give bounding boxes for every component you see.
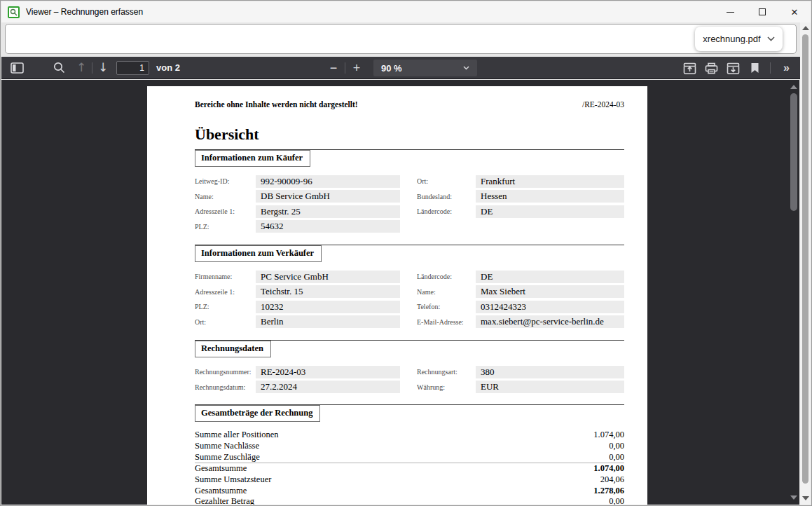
previous-page-button[interactable]: ↑ bbox=[72, 59, 90, 77]
total-row: Summe Zuschläge 0,00 bbox=[195, 451, 624, 463]
field-value: DB Service GmbH bbox=[256, 190, 400, 203]
section-seller: Informationen zum Verkäufer Firmenname: … bbox=[195, 245, 624, 329]
section-buyer: Informationen zum Käufer Leitweg-ID: 992… bbox=[195, 149, 624, 234]
field-label: Ort: bbox=[195, 318, 256, 326]
more-tools-button[interactable]: » bbox=[777, 59, 795, 77]
file-selector-dropdown[interactable]: xrechnung.pdf bbox=[695, 27, 783, 51]
toggle-sidebar-button[interactable] bbox=[8, 59, 26, 77]
field-label: Ländercode: bbox=[417, 207, 476, 215]
field-label: E-Mail-Adresse: bbox=[417, 318, 476, 326]
total-label: Gesamtsumme bbox=[195, 463, 247, 474]
maximize-button[interactable] bbox=[746, 1, 778, 22]
field-label: Name: bbox=[195, 193, 256, 200]
current-view-button[interactable] bbox=[745, 59, 764, 77]
total-label: Summe Zuschläge bbox=[195, 452, 260, 463]
field-label: PLZ: bbox=[195, 303, 256, 310]
field-label: Telefon: bbox=[417, 303, 476, 310]
total-label: Summe Umsatzsteuer bbox=[195, 474, 271, 485]
open-file-icon bbox=[683, 62, 696, 74]
total-row: Gezahlter Betrag 0,00 bbox=[195, 496, 624, 505]
total-value: 0,00 bbox=[609, 441, 624, 451]
toolbar-divider bbox=[770, 62, 771, 74]
find-button[interactable] bbox=[50, 59, 68, 77]
close-button[interactable]: ✕ bbox=[778, 1, 811, 22]
field-value: Bergstr. 25 bbox=[256, 205, 400, 218]
next-page-button[interactable]: ↓ bbox=[94, 59, 112, 77]
field-row: Ort: Berlin E-Mail-Adresse: max.siebert@… bbox=[195, 315, 624, 330]
zoom-out-icon: − bbox=[330, 61, 338, 76]
scroll-down-icon[interactable] bbox=[802, 496, 809, 500]
field-label: Leitweg-ID: bbox=[195, 177, 256, 185]
toolbar-divider bbox=[345, 62, 345, 74]
section-title: Gesamtbeträge der Rechnung bbox=[195, 405, 320, 422]
scroll-down-icon[interactable] bbox=[790, 495, 797, 500]
scroll-up-icon[interactable] bbox=[802, 26, 809, 30]
print-button[interactable] bbox=[702, 59, 720, 77]
pdf-scrollbar[interactable] bbox=[788, 80, 799, 505]
window-title: Viewer – Rechnungen erfassen bbox=[26, 7, 143, 17]
minimize-button[interactable] bbox=[714, 1, 746, 22]
field-row: Rechnungsdatum: 27.2.2024 Währung: EUR bbox=[195, 380, 624, 395]
field-label: Firmenname: bbox=[195, 273, 256, 280]
total-label: Gesamtsumme bbox=[195, 486, 247, 496]
pdf-scrollbar-thumb[interactable] bbox=[790, 93, 797, 211]
zoom-level-dropdown[interactable]: 90 % bbox=[373, 60, 477, 76]
field-label: Bundesland: bbox=[417, 193, 476, 200]
chevron-down-icon bbox=[767, 36, 775, 41]
field-value: DE bbox=[476, 205, 624, 218]
field-label: Adresszeile 1: bbox=[195, 288, 256, 296]
scroll-up-icon[interactable] bbox=[790, 85, 797, 89]
total-row: Summe Nachlässe 0,00 bbox=[195, 440, 624, 451]
total-value: 1.074,00 bbox=[593, 430, 624, 440]
total-row: Summe aller Positionen 1.074,00 bbox=[195, 429, 624, 440]
document-notice: Bereiche ohne Inhalte werden nicht darge… bbox=[195, 100, 358, 109]
total-label: Gezahlter Betrag bbox=[195, 496, 254, 505]
window-controls: ✕ bbox=[714, 1, 811, 22]
field-row: Firmenname: PC Service GmbH Ländercode: … bbox=[195, 269, 624, 285]
total-value: 0,00 bbox=[609, 496, 624, 505]
document-header: Bereiche ohne Inhalte werden nicht darge… bbox=[195, 100, 624, 109]
app-magnifier-icon bbox=[8, 6, 20, 18]
section-invoice-data: Rechnungsdaten Rechnungsnummer: RE-2024-… bbox=[195, 340, 624, 395]
bookmark-icon bbox=[750, 62, 759, 74]
field-value: Teichstr. 15 bbox=[256, 285, 400, 298]
search-icon bbox=[53, 62, 65, 74]
toolbar-right-group: » bbox=[680, 57, 795, 79]
field-row: PLZ: 10232 Telefon: 0312424323 bbox=[195, 299, 624, 315]
download-icon bbox=[727, 62, 740, 74]
section-totals: Gesamtbeträge der Rechnung Summe aller P… bbox=[195, 404, 624, 505]
field-value: DE bbox=[476, 271, 624, 283]
field-row: Adresszeile 1: Teichstr. 15 Name: Max Si… bbox=[195, 285, 624, 300]
save-button[interactable] bbox=[724, 59, 742, 77]
field-value: Max Siebert bbox=[476, 285, 624, 298]
more-tools-icon: » bbox=[783, 62, 789, 74]
field-value: 54632 bbox=[256, 220, 400, 233]
pdf-toolbar: ↑ ↓ von 2 − + 90 % bbox=[1, 57, 800, 79]
field-value: 380 bbox=[476, 366, 624, 378]
field-label: Rechnungsart: bbox=[417, 368, 476, 376]
chevron-down-icon bbox=[463, 66, 469, 70]
open-file-button[interactable] bbox=[680, 59, 699, 77]
title-bar: Viewer – Rechnungen erfassen ✕ bbox=[1, 1, 811, 22]
toolbar-divider bbox=[92, 62, 92, 74]
field-value: max.siebert@pc-service-berlin.de bbox=[476, 315, 624, 328]
pdf-viewer-area: Bereiche ohne Inhalte werden nicht darge… bbox=[1, 80, 799, 505]
zoom-in-button[interactable]: + bbox=[347, 59, 366, 77]
zoom-level-value: 90 % bbox=[381, 63, 402, 74]
field-row: Leitweg-ID: 992-90009-96 Ort: Frankfurt bbox=[195, 174, 624, 189]
section-title: Rechnungsdaten bbox=[195, 341, 271, 357]
window-scrollbar[interactable] bbox=[800, 22, 811, 505]
page-number-input[interactable] bbox=[116, 61, 149, 75]
total-row: Gesamtsumme 1.074,00 bbox=[195, 463, 624, 474]
field-label: Ort: bbox=[417, 177, 476, 185]
total-label: Summe aller Positionen bbox=[195, 430, 278, 440]
section-title: Informationen zum Verkäufer bbox=[195, 245, 322, 262]
field-label: PLZ: bbox=[195, 223, 256, 231]
field-value: 992-90009-96 bbox=[256, 175, 400, 188]
zoom-out-button[interactable]: − bbox=[324, 59, 343, 77]
window-scrollbar-thumb[interactable] bbox=[802, 34, 808, 484]
total-value: 0,00 bbox=[609, 452, 624, 463]
field-value: 0312424323 bbox=[476, 301, 624, 313]
total-label: Summe Nachlässe bbox=[195, 441, 259, 451]
field-label: Rechnungsdatum: bbox=[195, 383, 256, 391]
